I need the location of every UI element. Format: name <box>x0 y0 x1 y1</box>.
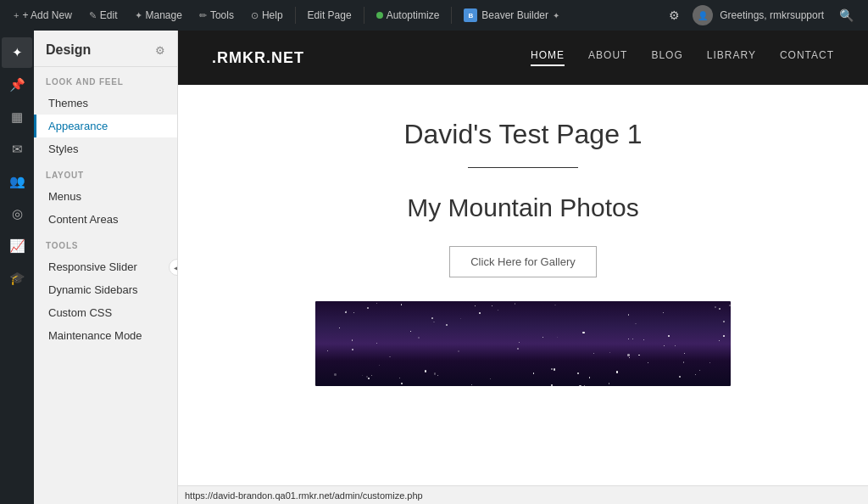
nav-custom-css[interactable]: Custom CSS <box>34 301 177 324</box>
look-and-feel-label: Look and Feel <box>34 67 177 92</box>
nav-contact[interactable]: CONTACT <box>780 49 834 66</box>
design-panel-title: Design <box>46 42 91 58</box>
sidebar-icon-grid[interactable]: ▦ <box>2 102 32 132</box>
separator-1 <box>295 7 296 24</box>
add-new-button[interactable]: + + Add New <box>7 6 79 25</box>
search-icon-button[interactable]: 🔍 <box>831 0 861 31</box>
nav-appearance[interactable]: Appearance <box>34 115 177 137</box>
edit-page-button[interactable]: Edit Page <box>301 6 359 25</box>
nav-content-areas[interactable]: Content Areas <box>34 208 177 231</box>
autoptimize-button[interactable]: Autoptimize <box>370 6 447 25</box>
main-layout: ✦ 📌 ▦ ✉ 👥 ◎ 📈 🎓 Design ⚙ ◀ Look and Feel… <box>0 31 868 504</box>
nav-blog[interactable]: BLOG <box>651 49 682 66</box>
avatar[interactable]: 👤 <box>693 5 713 25</box>
help-button[interactable]: ⊙ Help <box>244 6 290 25</box>
help-icon: ⊙ <box>251 10 259 21</box>
plus-icon: + <box>14 10 19 20</box>
layout-label: Layout <box>34 160 177 185</box>
manage-button[interactable]: ✦ Manage <box>128 6 189 25</box>
pencil-icon: ✎ <box>89 10 97 21</box>
sidebar-icon-sparkle[interactable]: ✦ <box>2 37 32 68</box>
title-divider <box>468 167 578 168</box>
design-panel: Design ⚙ ◀ Look and Feel Themes Appearan… <box>34 31 178 504</box>
tools-button[interactable]: ✏ Tools <box>192 6 241 25</box>
admin-bar-right: ⚙ 👤 Greetings, rmkrsupport 🔍 <box>659 0 861 31</box>
sidebar-icon-chart[interactable]: 📈 <box>2 231 32 261</box>
nav-maintenance-mode[interactable]: Maintenance Mode <box>34 324 177 347</box>
design-panel-header: Design ⚙ <box>34 31 177 67</box>
sidebar-icon-mail[interactable]: ✉ <box>2 134 32 165</box>
sidebar-icon-pin[interactable]: 📌 <box>2 70 32 100</box>
tools-icon: ✏ <box>199 10 207 21</box>
autoptimize-status-dot <box>376 12 383 19</box>
admin-bar: + + Add New ✎ Edit ✦ Manage ✏ Tools ⊙ He… <box>0 0 868 31</box>
icon-sidebar: ✦ 📌 ▦ ✉ 👥 ◎ 📈 🎓 <box>0 31 34 504</box>
manage-icon: ✦ <box>135 10 142 21</box>
site-header: .RMKR.NET HOME ABOUT BLOG LIBRARY CONTAC… <box>178 31 868 85</box>
tools-label: Tools <box>34 231 177 255</box>
section-title: My Mountain Photos <box>407 193 638 222</box>
website-preview: .RMKR.NET HOME ABOUT BLOG LIBRARY CONTAC… <box>178 31 868 485</box>
nav-menus[interactable]: Menus <box>34 185 177 208</box>
beaver-builder-button[interactable]: B Beaver Builder ✦ <box>457 5 566 25</box>
separator-2 <box>364 7 364 24</box>
sidebar-icon-users[interactable]: 👥 <box>2 166 32 197</box>
nav-themes[interactable]: Themes <box>34 92 177 115</box>
content-area: .RMKR.NET HOME ABOUT BLOG LIBRARY CONTAC… <box>178 31 868 504</box>
nav-responsive-slider[interactable]: Responsive Slider <box>34 255 177 278</box>
gallery-button[interactable]: Click Here for Gallery <box>449 246 597 277</box>
greetings-text: Greetings, rmkrsupport <box>716 9 827 21</box>
nav-library[interactable]: LIBRARY <box>707 49 756 66</box>
settings-icon-button[interactable]: ⚙ <box>659 0 689 31</box>
edit-button[interactable]: ✎ Edit <box>82 6 125 25</box>
page-title: David's Test Page 1 <box>403 119 642 150</box>
status-bar: https://david-brandon.qa01.rmkr.net/admi… <box>178 485 868 504</box>
site-nav: HOME ABOUT BLOG LIBRARY CONTACT <box>531 49 834 66</box>
starry-image <box>315 301 731 386</box>
sidebar-icon-circle[interactable]: ◎ <box>2 199 32 229</box>
sidebar-icon-graduation[interactable]: 🎓 <box>2 263 32 294</box>
beaver-logo: B <box>464 8 477 22</box>
beaver-builder-suffix: ✦ <box>553 11 559 20</box>
nav-home[interactable]: HOME <box>531 49 565 66</box>
nav-styles[interactable]: Styles <box>34 137 177 160</box>
site-content: David's Test Page 1 My Mountain Photos C… <box>178 85 868 485</box>
site-logo: .RMKR.NET <box>212 49 304 67</box>
separator-3 <box>451 7 452 24</box>
status-url: https://david-brandon.qa01.rmkr.net/admi… <box>185 490 423 501</box>
nav-about[interactable]: ABOUT <box>588 49 627 66</box>
design-settings-icon[interactable]: ⚙ <box>155 44 165 57</box>
nav-dynamic-sidebars[interactable]: Dynamic Sidebars <box>34 278 177 301</box>
